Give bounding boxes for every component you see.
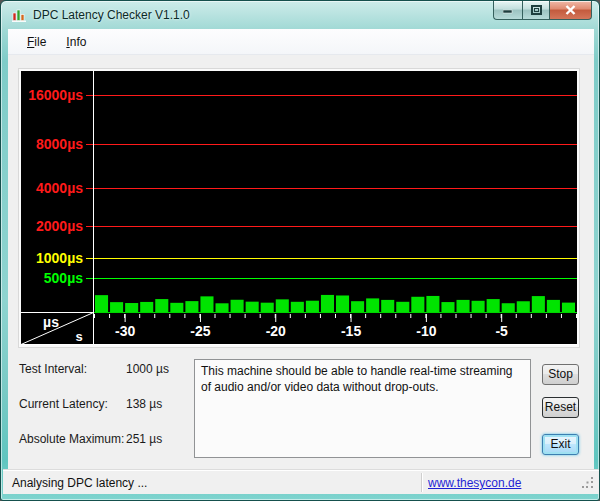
latency-bar [216, 303, 229, 312]
y-unit-label: µs [43, 314, 59, 330]
x-tick-label: -10 [416, 323, 436, 339]
latency-bar [441, 302, 454, 312]
x-tick-label: -15 [341, 323, 361, 339]
minimize-button[interactable] [493, 1, 522, 20]
status-separator [421, 473, 422, 492]
latency-bar [200, 296, 213, 312]
stat-label: Test Interval: [19, 362, 87, 376]
latency-bar [502, 303, 515, 312]
menu-item-info[interactable]: Info [57, 32, 95, 52]
gridline-label-1000: 1000µs [36, 250, 83, 266]
latency-bar [321, 295, 334, 312]
status-message: Analysing DPC latency ... [12, 476, 147, 490]
latency-bar [261, 303, 274, 312]
latency-bar [351, 301, 364, 312]
latency-bar [472, 301, 485, 312]
reset-button[interactable]: Reset [542, 397, 579, 418]
latency-bar [246, 302, 259, 312]
minimize-icon [503, 5, 513, 15]
latency-bar [155, 299, 168, 312]
stat-value: 138 µs [126, 397, 162, 411]
latency-bar [110, 302, 123, 312]
latency-bar [336, 295, 349, 312]
x-tick-label: -30 [115, 323, 135, 339]
latency-bar [291, 302, 304, 312]
latency-history-chart: 16000µs8000µs4000µs2000µs1000µs500µsµss-… [19, 69, 579, 347]
title-bar[interactable]: DPC Latency Checker V1.1.0 [1, 1, 599, 29]
close-button[interactable] [550, 1, 592, 20]
x-tick-label: -5 [495, 323, 508, 339]
stat-label: Current Latency: [19, 397, 108, 411]
stop-button[interactable]: Stop [542, 364, 579, 385]
gridline-label-4000: 4000µs [36, 180, 83, 196]
latency-bar [366, 298, 379, 312]
x-tick-label: -20 [266, 323, 286, 339]
result-description-box: This machine should be able to handle re… [194, 359, 531, 458]
latency-bar [231, 300, 244, 312]
latency-bar [170, 303, 183, 312]
gridline-label-16000: 16000µs [28, 87, 83, 103]
window-title: DPC Latency Checker V1.1.0 [33, 8, 190, 22]
app-window: DPC Latency Checker V1.1.0 FileInfo 1600… [0, 0, 600, 501]
result-description-text: This machine should be able to handle re… [201, 364, 513, 394]
latency-bar [140, 302, 153, 312]
thesycon-link[interactable]: www.thesycon.de [428, 476, 521, 490]
latency-bar [547, 300, 560, 312]
latency-bar [276, 299, 289, 312]
latency-bar [411, 297, 424, 312]
latency-bar [306, 301, 319, 312]
status-bar: Analysing DPC latency ... www.thesycon.d… [3, 469, 599, 494]
gridline-label-500: 500µs [44, 270, 83, 286]
stat-row-absolute-maximum: Absolute Maximum:251 µs [19, 432, 189, 446]
maximize-icon [531, 5, 542, 15]
latency-bar [125, 303, 138, 312]
menu-item-file[interactable]: File [18, 32, 55, 52]
resize-grip-icon[interactable] [582, 477, 595, 490]
stat-value: 251 µs [126, 432, 162, 446]
app-bar-chart-icon [11, 7, 27, 23]
stat-row-current-latency: Current Latency:138 µs [19, 397, 189, 411]
x-tick-label: -25 [190, 323, 210, 339]
exit-button[interactable]: Exit [542, 434, 579, 455]
x-unit-label: s [75, 329, 82, 344]
close-icon [565, 5, 576, 15]
latency-bar [487, 299, 500, 312]
latency-bar [426, 296, 439, 312]
stat-label: Absolute Maximum: [19, 432, 124, 446]
latency-bar [396, 302, 409, 312]
latency-bar [562, 303, 575, 312]
latency-bar [457, 300, 470, 312]
gridline-label-8000: 8000µs [36, 136, 83, 152]
latency-bar [517, 301, 530, 312]
latency-bar [185, 301, 198, 312]
stat-row-test-interval: Test Interval:1000 µs [19, 362, 189, 376]
stat-value: 1000 µs [126, 362, 169, 376]
gridline-label-2000: 2000µs [36, 218, 83, 234]
latency-bar [95, 295, 108, 312]
latency-bar [532, 296, 545, 312]
maximize-button[interactable] [522, 1, 550, 20]
menu-bar: FileInfo [8, 29, 594, 55]
latency-bar [381, 300, 394, 312]
